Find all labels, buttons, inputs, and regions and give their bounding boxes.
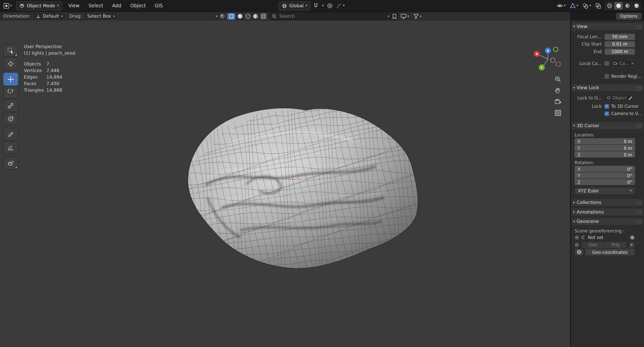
geocoordinates-button[interactable]: Geo-coordinates bbox=[585, 249, 635, 256]
peach-seed-mesh[interactable] bbox=[0, 21, 570, 347]
show-gizmo-toggle[interactable]: ▾ bbox=[569, 2, 579, 10]
zoom-icon[interactable] bbox=[554, 76, 562, 83]
tool-transform[interactable] bbox=[3, 112, 18, 125]
proj-button[interactable]: Proj bbox=[604, 241, 627, 248]
topbar: ▾ Object Mode ▾ View Select Add Object G… bbox=[0, 0, 644, 12]
panel-collections-header[interactable]: ▸ Collections bbox=[572, 199, 643, 206]
clip-start-field[interactable]: 0.01 m bbox=[605, 41, 635, 47]
drag-setting-label: Drag: bbox=[69, 14, 82, 19]
snap-toggle[interactable] bbox=[312, 2, 319, 9]
tool-cursor[interactable] bbox=[3, 57, 18, 70]
tool-annotate[interactable] bbox=[3, 128, 18, 141]
proportional-editing-toggle[interactable] bbox=[326, 2, 333, 9]
panel-geoscene-header[interactable]: ▾ Geoscene bbox=[572, 218, 643, 225]
panel-grip[interactable] bbox=[635, 25, 641, 28]
editor-type-selector[interactable]: ▾ bbox=[3, 2, 13, 10]
options-button[interactable]: Options bbox=[616, 13, 641, 20]
cursor-location-y-field[interactable]: Y0 m bbox=[575, 145, 635, 151]
tool-scale[interactable] bbox=[3, 99, 18, 112]
ortho-grid-icon[interactable] bbox=[554, 109, 562, 116]
filter-dropdown[interactable]: ▾ bbox=[412, 13, 422, 20]
menu-object[interactable]: Object bbox=[127, 2, 149, 10]
camera-to-view-checkbox[interactable]: ✓ bbox=[605, 111, 609, 116]
collapse-chevron-icon[interactable]: ▾ bbox=[216, 15, 218, 18]
panel-grip[interactable] bbox=[635, 124, 641, 128]
render-region-checkbox[interactable] bbox=[605, 74, 609, 78]
shading-rendered-button[interactable] bbox=[632, 2, 641, 9]
panel-view-header[interactable]: ▾ View bbox=[572, 23, 643, 30]
eyedropper-icon[interactable] bbox=[628, 96, 633, 100]
tool-rotate[interactable] bbox=[3, 86, 18, 99]
menu-add[interactable]: Add bbox=[109, 2, 124, 10]
panel-grip[interactable] bbox=[635, 220, 641, 223]
grid-table-icon[interactable] bbox=[261, 13, 267, 19]
cursor-rotation-y-field[interactable]: Y0° bbox=[575, 172, 635, 178]
dotted-sphere-icon[interactable] bbox=[245, 13, 251, 19]
rotation-mode-dropdown[interactable]: XYZ Euler ▾ bbox=[575, 187, 635, 194]
sphere-icon[interactable] bbox=[237, 13, 243, 19]
mode-dropdown[interactable]: Object Mode ▾ bbox=[16, 1, 62, 11]
to-3d-cursor-checkbox[interactable]: ✓ bbox=[605, 104, 609, 108]
panel-grip[interactable] bbox=[635, 210, 641, 214]
radio-icon[interactable] bbox=[575, 235, 579, 239]
panel-3d-cursor-header[interactable]: ▾ 3D Cursor bbox=[572, 122, 643, 129]
gizmo-axis-neg-x[interactable] bbox=[556, 62, 561, 66]
color-ball-icon[interactable] bbox=[219, 13, 225, 19]
cursor-rotation-x-field[interactable]: X0° bbox=[575, 166, 635, 172]
shading-solid-button[interactable] bbox=[614, 2, 623, 9]
chevron-down-icon[interactable]: ▾ bbox=[388, 15, 390, 18]
nav-gizmo[interactable]: Z X Y bbox=[529, 44, 566, 75]
snap-settings-dropdown[interactable]: ▾ bbox=[321, 3, 324, 8]
tool-move[interactable] bbox=[3, 73, 18, 86]
clip-end-field[interactable]: 1000 m bbox=[605, 48, 635, 54]
add-crs-button[interactable]: + bbox=[628, 241, 635, 248]
magnet-icon bbox=[313, 3, 319, 9]
tool-add-primitive[interactable] bbox=[3, 157, 18, 169]
axis-label: Y bbox=[577, 173, 580, 178]
xray-toggle[interactable] bbox=[594, 2, 602, 10]
axis-label: Z bbox=[577, 152, 580, 157]
display-mode-dropdown[interactable]: ▾ bbox=[400, 13, 410, 20]
orientation-setting-dropdown[interactable]: Default ▾ bbox=[32, 12, 66, 20]
globe-button[interactable] bbox=[575, 249, 584, 256]
focal-length-field[interactable]: 50 mm bbox=[605, 33, 635, 40]
chevron-down-icon: ▾ bbox=[61, 15, 63, 18]
panel-view-lock-header[interactable]: ▾ View Lock bbox=[572, 84, 643, 91]
panel-annotations-header[interactable]: ▸ Annotations bbox=[572, 209, 643, 216]
bookmark-icon[interactable] bbox=[392, 13, 397, 19]
radio-icon[interactable] bbox=[575, 242, 579, 247]
pan-hand-icon[interactable] bbox=[554, 87, 562, 94]
local-camera-field[interactable]: Ca... × bbox=[611, 60, 636, 67]
shading-wireframe-button[interactable] bbox=[605, 2, 614, 9]
cursor-location-z-field[interactable]: Z0 m bbox=[575, 151, 635, 157]
cursor-location-x-field[interactable]: X0 m bbox=[575, 138, 635, 144]
shading-material-button[interactable] bbox=[623, 2, 632, 9]
proportional-falloff-dropdown[interactable]: ▾ bbox=[335, 2, 346, 9]
tool-select-box[interactable] bbox=[3, 44, 18, 57]
search-input[interactable]: Search bbox=[268, 12, 399, 20]
geo-button[interactable]: Geo bbox=[582, 241, 605, 248]
tool-measure[interactable] bbox=[3, 141, 18, 154]
drag-setting-dropdown[interactable]: Select Box ▾ bbox=[84, 12, 118, 20]
local-camera-checkbox[interactable] bbox=[605, 61, 609, 66]
active-shading-tile[interactable] bbox=[227, 13, 235, 19]
menu-view[interactable]: View bbox=[65, 2, 82, 10]
gizmo-axis-neg-y[interactable] bbox=[553, 47, 558, 52]
panel-grip[interactable] bbox=[635, 201, 641, 204]
transform-orientation-dropdown[interactable]: Global ▾ bbox=[278, 1, 311, 11]
cursor-rotation-z-field[interactable]: Z0° bbox=[575, 179, 635, 185]
lock-to-object-field[interactable]: Object bbox=[605, 94, 635, 101]
object-visibility-dropdown[interactable]: ▾ bbox=[556, 2, 566, 9]
clip-start-value: 0.01 m bbox=[612, 42, 627, 47]
render-region-label: Render Regi... bbox=[611, 74, 641, 79]
panel-grip[interactable] bbox=[635, 86, 641, 90]
gear-icon[interactable] bbox=[630, 235, 635, 240]
show-overlays-toggle[interactable]: ▾ bbox=[582, 2, 592, 10]
viewport[interactable]: User Perspective (1) lights | peach_seed… bbox=[0, 21, 570, 347]
half-sphere-icon[interactable] bbox=[253, 13, 259, 19]
menu-gis[interactable]: GIS bbox=[152, 2, 166, 10]
close-icon[interactable]: × bbox=[631, 61, 634, 66]
gizmo-axis-neg-z[interactable] bbox=[550, 58, 555, 62]
camera-view-icon[interactable] bbox=[554, 99, 562, 105]
menu-select[interactable]: Select bbox=[86, 2, 106, 10]
